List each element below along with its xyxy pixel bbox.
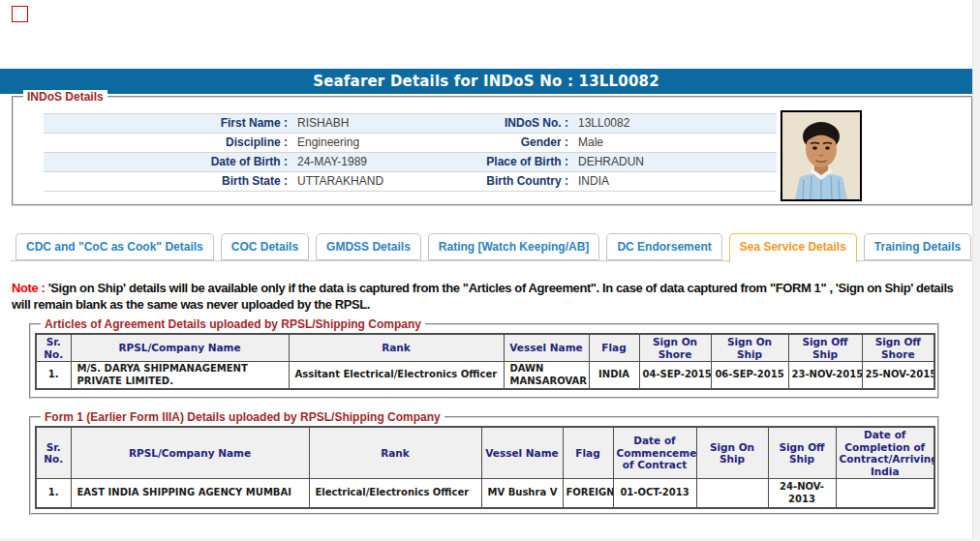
col-rank: Rank <box>289 334 504 362</box>
note-body: 'Sign on Ship' details will be available… <box>12 281 953 312</box>
date-of-birth-value: 24-MAY-1989 <box>288 153 450 171</box>
cell-rank: Electrical/Electronics Officer <box>309 479 481 508</box>
cell-flag: INDIA <box>589 362 639 390</box>
cell-sign-on-ship <box>696 479 768 508</box>
cell-flag: FOREIGN <box>563 479 613 508</box>
articles-of-agreement-table: Sr. No. RPSL/Company Name Rank Vessel Na… <box>35 333 935 390</box>
col-sign-on-ship: Sign On Ship <box>696 427 768 479</box>
col-date-of-completion: Date of Completion of Contract/Arriving … <box>836 427 934 479</box>
indos-row-1: First Name : RISHABH INDoS No. : 13LL008… <box>44 114 777 134</box>
col-sign-off-shore: Sign Off Shore <box>862 334 934 362</box>
table-header-row: Sr. No. RPSL/Company Name Rank Vessel Na… <box>36 334 934 362</box>
col-flag: Flag <box>589 334 639 362</box>
form1-details-table: Sr. No. RPSL/Company Name Rank Vessel Na… <box>35 426 935 509</box>
date-of-birth-label: Date of Birth : <box>44 153 288 171</box>
col-sr-no: Sr. No. <box>36 334 71 362</box>
cell-date-of-completion <box>836 479 934 508</box>
table-header-row: Sr. No. RPSL/Company Name Rank Vessel Na… <box>36 427 934 479</box>
col-vessel-name: Vessel Name <box>504 334 589 362</box>
col-rpsl-company-name: RPSL/Company Name <box>71 427 309 479</box>
col-rpsl-company-name: RPSL/Company Name <box>71 334 289 362</box>
tab-dc-endorsement[interactable]: DC Endorsement <box>606 233 721 260</box>
col-rank: Rank <box>309 427 481 479</box>
cell-sr-no: 1. <box>36 479 71 508</box>
articles-of-agreement-fieldset: Articles of Agreement Details uploaded b… <box>29 323 939 399</box>
cell-sr-no: 1. <box>36 362 71 390</box>
cell-sign-off-ship: 23-NOV-2015 <box>788 362 862 390</box>
place-of-birth-value: DEHRADUN <box>568 153 777 171</box>
portrait-illustration <box>782 112 860 199</box>
cell-company: M/S. DARYA SHIPMANAGEMENT PRIVATE LIMITE… <box>71 362 289 390</box>
cell-vessel: DAWN MANSAROVAR <box>504 362 589 390</box>
birth-country-label: Birth Country : <box>450 172 568 191</box>
place-of-birth-label: Place of Birth : <box>450 153 568 171</box>
indos-no-value: 13LL0082 <box>568 114 777 133</box>
indos-row-2: Discipline : Engineering Gender : Male <box>44 134 777 153</box>
note-prefix: Note : <box>12 281 45 295</box>
vertical-scrollbar[interactable] <box>972 0 980 541</box>
broken-image-icon <box>12 6 28 22</box>
gender-label: Gender : <box>450 134 568 152</box>
tab-training-details[interactable]: Training Details <box>864 233 971 260</box>
tab-strip: CDC and "CoC as Cook" Details COC Detail… <box>15 233 971 262</box>
cell-date-of-commencement: 01-OCT-2013 <box>613 479 696 508</box>
tab-sea-service-details[interactable]: Sea Service Details <box>729 233 857 262</box>
tab-coc-details[interactable]: COC Details <box>221 233 309 260</box>
indos-row-4: Birth State : UTTARAKHAND Birth Country … <box>44 172 777 192</box>
birth-state-value: UTTARAKHAND <box>288 172 450 191</box>
seafarer-photo <box>781 110 862 201</box>
cell-rank: Assitant Electrical/Electronics Officer <box>289 362 504 390</box>
page-title: Seafarer Details for INDoS No : 13LL0082 <box>0 69 972 94</box>
cell-sign-off-shore: 25-NOV-2015 <box>862 362 934 390</box>
indos-details-rows: First Name : RISHABH INDoS No. : 13LL008… <box>44 113 777 192</box>
indos-no-label: INDoS No. : <box>450 114 568 133</box>
indos-row-3: Date of Birth : 24-MAY-1989 Place of Bir… <box>44 153 777 172</box>
first-name-value: RISHABH <box>288 114 450 133</box>
indos-details-legend: INDoS Details <box>23 90 107 104</box>
birth-country-value: INDIA <box>568 172 777 191</box>
tab-rating-watch-keeping-ab[interactable]: Rating [Watch Keeping/AB] <box>428 233 600 260</box>
table-row: 1. M/S. DARYA SHIPMANAGEMENT PRIVATE LIM… <box>36 362 934 390</box>
table-row: 1. EAST INDIA SHIPPING AGENCY MUMBAI Ele… <box>36 479 934 508</box>
cell-sign-on-shore: 04-SEP-2015 <box>639 362 711 390</box>
tab-cdc-coc-cook-details[interactable]: CDC and "CoC as Cook" Details <box>15 233 214 260</box>
col-sr-no: Sr. No. <box>36 427 71 479</box>
cell-company: EAST INDIA SHIPPING AGENCY MUMBAI <box>71 479 309 508</box>
discipline-value: Engineering <box>288 134 450 152</box>
col-vessel-name: Vessel Name <box>481 427 563 479</box>
col-sign-on-shore: Sign On Shore <box>639 334 711 362</box>
gender-value: Male <box>568 134 777 152</box>
birth-state-label: Birth State : <box>44 172 288 191</box>
col-sign-off-ship: Sign Off Ship <box>788 334 862 362</box>
col-sign-on-ship: Sign On Ship <box>711 334 788 362</box>
form1-details-legend: Form 1 (Earlier Form IIIA) Details uploa… <box>41 410 444 424</box>
tab-gmdss-details[interactable]: GMDSS Details <box>316 233 421 260</box>
first-name-label: First Name : <box>44 114 288 133</box>
cell-vessel: MV Bushra V <box>481 479 563 508</box>
cell-sign-off-ship: 24-NOV-2013 <box>768 479 836 508</box>
indos-details-fieldset: INDoS Details First Name : RISHABH INDoS… <box>12 96 973 206</box>
col-flag: Flag <box>563 427 613 479</box>
articles-of-agreement-legend: Articles of Agreement Details uploaded b… <box>41 317 425 331</box>
col-sign-off-ship: Sign Off Ship <box>768 427 836 479</box>
form1-details-fieldset: Form 1 (Earlier Form IIIA) Details uploa… <box>29 416 939 515</box>
cell-sign-on-ship: 06-SEP-2015 <box>711 362 788 390</box>
seafarer-details-page: Seafarer Details for INDoS No : 13LL0082… <box>0 0 980 541</box>
note-text: Note : 'Sign on Ship' details will be av… <box>12 281 968 314</box>
discipline-label: Discipline : <box>44 134 288 152</box>
col-date-of-commencement: Date of Commencement of Contract <box>613 427 696 479</box>
